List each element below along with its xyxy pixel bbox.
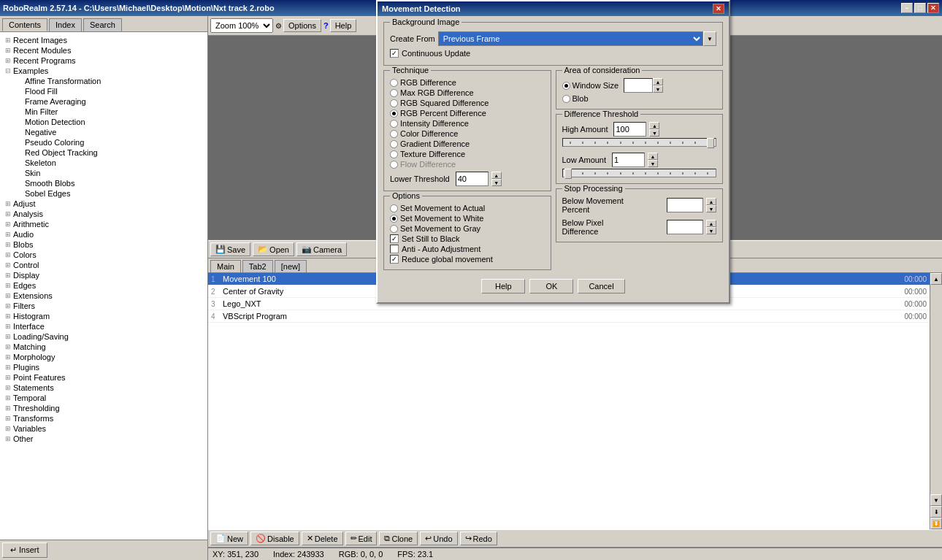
scroll-up-button[interactable]: ▲ xyxy=(930,273,942,285)
tree-expand-icon[interactable]: ⊞ xyxy=(3,364,13,371)
undo-button[interactable]: ↩ Undo xyxy=(420,532,457,545)
tree-expand-icon[interactable]: ⊞ xyxy=(3,404,13,412)
tree-expand-icon[interactable]: ⊞ xyxy=(3,200,13,207)
tree-expand-icon[interactable]: ⊟ xyxy=(3,67,13,74)
tree-item[interactable]: ⊞Extensions xyxy=(1,291,206,301)
prog-tab-tab2[interactable]: Tab2 xyxy=(242,260,273,272)
tree-expand-icon[interactable]: ⊞ xyxy=(3,374,13,381)
tree-item[interactable]: ⊞Recent Images xyxy=(1,35,206,45)
minimize-button[interactable]: − xyxy=(901,3,913,13)
tree-expand-icon[interactable]: ⊞ xyxy=(3,435,13,442)
high-amount-input[interactable] xyxy=(613,122,646,137)
help-button[interactable]: Help xyxy=(330,19,357,32)
tree-item[interactable]: Motion Detection xyxy=(1,117,206,127)
window-size-input[interactable] xyxy=(624,78,653,93)
scroll-bottom-button[interactable]: ⬇ xyxy=(930,506,942,518)
create-from-select[interactable]: Previous Frame xyxy=(438,31,703,46)
dialog-cancel-button[interactable]: Cancel xyxy=(578,279,624,294)
tree-expand-icon[interactable]: ⊞ xyxy=(3,343,13,350)
below-pixel-up[interactable]: ▲ xyxy=(706,220,716,227)
tree-item[interactable]: ⊞Matching xyxy=(1,342,206,352)
lower-threshold-up[interactable]: ▲ xyxy=(491,172,502,179)
tree-item[interactable]: Skin xyxy=(1,168,206,178)
tree-expand-icon[interactable]: ⊞ xyxy=(3,302,13,310)
below-pixel-down[interactable]: ▼ xyxy=(706,227,716,234)
tree-expand-icon[interactable]: ⊞ xyxy=(3,353,13,361)
tree-expand-icon[interactable]: ⊞ xyxy=(3,261,13,269)
tree-item[interactable]: ⊞Recent Programs xyxy=(1,55,206,66)
tree-item[interactable]: ⊞Adjust xyxy=(1,199,206,209)
option-radio[interactable] xyxy=(390,225,398,233)
tree-item[interactable]: ⊞Histogram xyxy=(1,311,206,321)
scroll-end-button[interactable]: ⏬ xyxy=(930,518,942,529)
below-movement-input[interactable] xyxy=(667,198,703,212)
low-slider[interactable] xyxy=(562,169,717,177)
tree-item[interactable]: Smooth Blobs xyxy=(1,178,206,188)
save-button[interactable]: 💾 Save xyxy=(210,242,250,256)
tree-expand-icon[interactable]: ⊞ xyxy=(3,37,13,44)
camera-button[interactable]: 📷 Camera xyxy=(296,242,347,256)
option-checkbox[interactable] xyxy=(390,245,399,253)
dialog-help-button[interactable]: Help xyxy=(481,279,525,294)
window-size-up[interactable]: ▲ xyxy=(653,78,663,85)
tree-expand-icon[interactable]: ⊞ xyxy=(3,282,13,289)
tree-item[interactable]: Frame Averaging xyxy=(1,96,206,107)
tree-item[interactable]: ⊞Colors xyxy=(1,250,206,260)
high-up[interactable]: ▲ xyxy=(649,122,659,129)
low-amount-input[interactable] xyxy=(612,153,645,167)
technique-radio[interactable] xyxy=(390,130,398,138)
tree-item[interactable]: ⊞Variables xyxy=(1,423,206,434)
close-button[interactable]: ✕ xyxy=(927,3,939,13)
option-checkbox[interactable] xyxy=(390,255,399,264)
tree-item[interactable]: Negative xyxy=(1,127,206,137)
tree-item[interactable]: Flood Fill xyxy=(1,86,206,96)
new-button[interactable]: 📄 New xyxy=(210,532,248,545)
tree-item[interactable]: Sobel Edges xyxy=(1,188,206,199)
tab-search[interactable]: Search xyxy=(83,18,122,31)
technique-radio[interactable] xyxy=(390,140,398,148)
below-movement-up[interactable]: ▲ xyxy=(706,198,716,205)
tree-item[interactable]: ⊞Blobs xyxy=(1,239,206,250)
tab-index[interactable]: Index xyxy=(49,18,82,31)
scroll-down-top-button[interactable]: ▼ xyxy=(930,494,942,506)
tree-expand-icon[interactable]: ⊞ xyxy=(3,47,13,54)
option-radio[interactable] xyxy=(390,215,398,223)
tree-item[interactable]: ⊞Loading/Saving xyxy=(1,331,206,342)
tree-expand-icon[interactable]: ⊞ xyxy=(3,241,13,248)
tree-item[interactable]: Affine Transformation xyxy=(1,76,206,86)
tab-contents[interactable]: Contents xyxy=(2,18,47,31)
technique-radio[interactable] xyxy=(390,150,398,158)
technique-radio[interactable] xyxy=(390,120,398,128)
tree-item[interactable]: ⊞Analysis xyxy=(1,209,206,219)
tree-expand-icon[interactable]: ⊞ xyxy=(3,384,13,391)
list-item[interactable]: 4VBScript Program00:000 xyxy=(208,310,930,323)
edit-button[interactable]: ✏ Edit xyxy=(345,532,378,545)
prog-tab-main[interactable]: Main xyxy=(210,260,241,272)
open-button[interactable]: 📂 Open xyxy=(253,242,294,256)
tree-item[interactable]: ⊟Examples xyxy=(1,66,206,76)
tree-expand-icon[interactable]: ⊞ xyxy=(3,251,13,258)
dialog-ok-button[interactable]: OK xyxy=(529,279,573,294)
high-slider[interactable] xyxy=(562,138,717,147)
tree-item[interactable]: ⊞Statements xyxy=(1,383,206,393)
high-slider-handle[interactable] xyxy=(707,138,714,148)
disable-button[interactable]: 🚫 Disable xyxy=(250,532,299,545)
option-checkbox[interactable] xyxy=(390,234,399,243)
continuous-update-checkbox[interactable] xyxy=(390,49,399,58)
tree-item[interactable]: ⊞Point Features xyxy=(1,372,206,383)
tree-item[interactable]: ⊞Thresholding xyxy=(1,403,206,413)
combo-dropdown-arrow[interactable]: ▼ xyxy=(703,31,716,46)
blob-radio[interactable] xyxy=(562,95,570,103)
option-radio[interactable] xyxy=(390,204,398,212)
tree-item[interactable]: ⊞Filters xyxy=(1,301,206,311)
movement-detection-dialog[interactable]: Movement Detection ✕ Background Image Cr… xyxy=(376,0,730,304)
zoom-select[interactable]: Zoom 100% xyxy=(210,18,273,33)
tree-item[interactable]: ⊞Audio xyxy=(1,229,206,239)
tree-item[interactable]: ⊞Display xyxy=(1,270,206,280)
maximize-button[interactable]: □ xyxy=(914,3,926,13)
tree-expand-icon[interactable]: ⊞ xyxy=(3,415,13,422)
technique-radio[interactable] xyxy=(390,110,398,118)
clone-button[interactable]: ⧉ Clone xyxy=(379,532,418,545)
tree-expand-icon[interactable]: ⊞ xyxy=(3,312,13,320)
tree-expand-icon[interactable]: ⊞ xyxy=(3,292,13,299)
